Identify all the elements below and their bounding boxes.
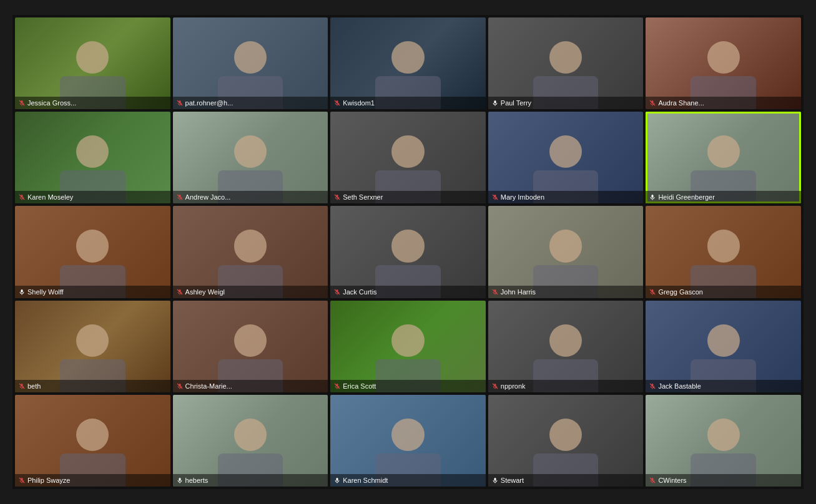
mic-muted-icon <box>19 383 25 389</box>
tile-participant-17[interactable]: Christa-Marie... <box>173 301 328 392</box>
mic-active-icon <box>649 194 656 200</box>
participants-grid: Jessica Gross... pat.rohner@h... Kwisdom… <box>12 15 804 489</box>
tile-participant-16[interactable]: beth <box>15 301 170 392</box>
tile-participant-2[interactable]: pat.rohner@h... <box>173 17 328 109</box>
participant-name: Erica Scott <box>343 382 376 390</box>
tile-participant-4[interactable]: Paul Terry <box>488 17 644 109</box>
svg-rect-26 <box>652 195 654 198</box>
participant-name: pat.rohner@h... <box>185 99 233 107</box>
name-label-14: John Harris <box>488 286 644 298</box>
mic-muted-icon <box>334 383 340 389</box>
name-label-5: Audra Shane... <box>646 97 801 109</box>
participant-name: John Harris <box>501 288 536 296</box>
mic-muted-icon <box>334 289 340 295</box>
tile-participant-25[interactable]: CWinters <box>646 395 801 487</box>
mic-active-icon <box>177 477 183 483</box>
participant-name: Mary Imboden <box>501 193 544 201</box>
tile-participant-23[interactable]: Karen Schmidt <box>330 395 486 487</box>
name-label-2: pat.rohner@h... <box>173 97 328 109</box>
name-label-10: Heidi Greenberger <box>646 191 801 203</box>
mic-muted-icon <box>649 383 656 389</box>
name-label-15: Gregg Gascon <box>646 286 801 298</box>
participant-name: Jessica Gross... <box>27 99 76 107</box>
name-label-25: CWinters <box>646 474 801 487</box>
participant-name: Philip Swayze <box>27 477 70 484</box>
mic-muted-icon <box>19 194 25 200</box>
participant-name: Karen Schmidt <box>343 477 388 484</box>
participant-name: Jack Bastable <box>658 382 700 390</box>
name-label-18: Erica Scott <box>330 380 486 392</box>
name-label-24: Stewart <box>488 474 644 487</box>
svg-rect-60 <box>179 478 180 481</box>
tile-participant-21[interactable]: Philip Swayze <box>15 395 170 487</box>
tile-participant-3[interactable]: Kwisdom1 <box>330 17 486 109</box>
tile-participant-5[interactable]: Audra Shane... <box>646 17 801 109</box>
name-label-12: Ashley Weigl <box>173 286 328 298</box>
mic-muted-icon <box>334 194 340 200</box>
svg-rect-28 <box>21 289 23 293</box>
video-grid: Jessica Gross... pat.rohner@h... Kwisdom… <box>12 15 804 489</box>
tile-participant-14[interactable]: John Harris <box>488 206 644 298</box>
mic-muted-icon <box>177 289 183 295</box>
tile-participant-18[interactable]: Erica Scott <box>330 301 486 392</box>
tile-participant-15[interactable]: Gregg Gascon <box>646 206 801 298</box>
tile-participant-6[interactable]: Karen Moseley <box>15 112 170 203</box>
tile-participant-13[interactable]: Jack Curtis <box>330 206 486 298</box>
tile-participant-20[interactable]: Jack Bastable <box>646 301 801 392</box>
tile-participant-8[interactable]: Seth Serxner <box>330 112 486 203</box>
name-label-7: Andrew Jaco... <box>173 191 328 203</box>
participant-name: Heidi Greenberger <box>658 193 715 201</box>
name-label-8: Seth Serxner <box>330 191 486 203</box>
tile-participant-19[interactable]: nppronk <box>488 301 644 392</box>
svg-rect-64 <box>494 478 496 481</box>
participant-name: Kwisdom1 <box>343 99 375 107</box>
mic-muted-icon <box>177 383 183 389</box>
tile-participant-11[interactable]: Shelly Wolff <box>15 206 170 298</box>
name-label-17: Christa-Marie... <box>173 380 328 392</box>
mic-muted-icon <box>177 100 183 106</box>
mic-muted-icon <box>649 477 656 483</box>
name-label-22: heberts <box>173 474 328 487</box>
name-label-1: Jessica Gross... <box>15 97 170 109</box>
mic-active-icon <box>334 477 340 483</box>
name-label-20: Jack Bastable <box>646 380 801 392</box>
svg-rect-62 <box>337 478 338 481</box>
participant-name: Paul Terry <box>501 99 531 107</box>
name-label-23: Karen Schmidt <box>330 474 486 487</box>
mic-active-icon <box>19 289 25 295</box>
participant-name: Jack Curtis <box>343 288 376 296</box>
participant-name: Seth Serxner <box>343 193 383 201</box>
mic-muted-icon <box>649 289 656 295</box>
participant-name: Ashley Weigl <box>185 288 225 296</box>
mic-muted-icon <box>492 289 498 295</box>
svg-rect-9 <box>494 100 496 104</box>
tile-participant-7[interactable]: Andrew Jaco... <box>173 112 328 203</box>
mic-muted-icon <box>492 383 498 389</box>
name-label-21: Philip Swayze <box>15 474 170 487</box>
tile-participant-10[interactable]: Heidi Greenberger <box>646 112 801 203</box>
participant-name: heberts <box>185 477 209 484</box>
participant-name: Shelly Wolff <box>27 288 64 296</box>
tile-participant-1[interactable]: Jessica Gross... <box>15 17 170 109</box>
participant-name: Gregg Gascon <box>658 288 703 296</box>
name-label-4: Paul Terry <box>488 97 644 109</box>
name-label-11: Shelly Wolff <box>15 286 170 298</box>
participant-name: Andrew Jaco... <box>185 193 231 201</box>
mic-active-icon <box>492 477 498 483</box>
participant-name: beth <box>27 382 41 390</box>
participant-name: CWinters <box>658 477 686 484</box>
tile-participant-12[interactable]: Ashley Weigl <box>173 206 328 298</box>
participant-name: Audra Shane... <box>658 99 704 107</box>
name-label-13: Jack Curtis <box>330 286 486 298</box>
name-label-3: Kwisdom1 <box>330 97 486 109</box>
mic-muted-icon <box>19 100 25 106</box>
mic-muted-icon <box>334 100 340 106</box>
tile-participant-9[interactable]: Mary Imboden <box>488 112 644 203</box>
tile-participant-24[interactable]: Stewart <box>488 395 644 487</box>
tile-participant-22[interactable]: heberts <box>173 395 328 487</box>
mic-active-icon <box>492 100 498 106</box>
name-label-19: nppronk <box>488 380 644 392</box>
participant-name: Stewart <box>501 477 524 484</box>
mic-muted-icon <box>649 100 656 106</box>
video-conference-container: ◀ 1/3 Jessica Gross... pat.rohner@h... K… <box>0 0 816 504</box>
